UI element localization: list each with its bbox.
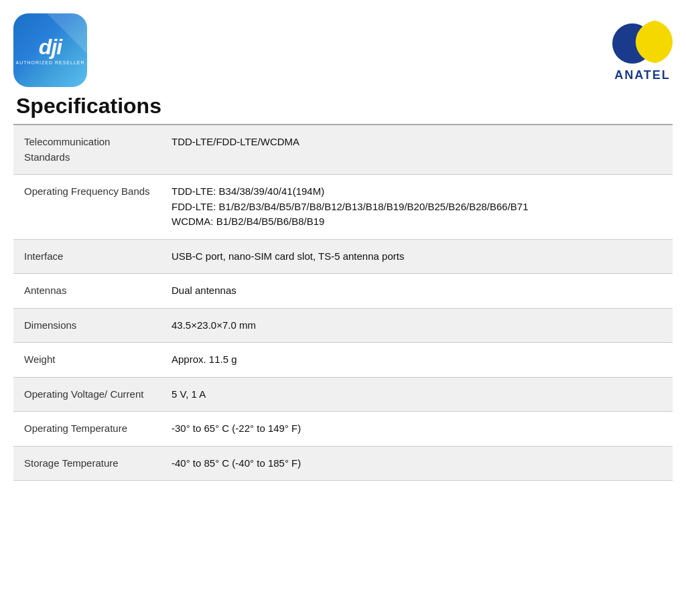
spec-value: TDD-LTE/FDD-LTE/WCDMA xyxy=(161,125,673,175)
spec-label: Operating Frequency Bands xyxy=(13,175,161,240)
table-row: InterfaceUSB-C port, nano-SIM card slot,… xyxy=(13,239,673,274)
page-title: Specifications xyxy=(13,94,673,119)
anatel-logo-graphic xyxy=(612,20,673,67)
spec-value: 43.5×23.0×7.0 mm xyxy=(161,308,673,343)
spec-value: Approx. 11.5 g xyxy=(161,343,673,378)
spec-value: -40° to 85° C (-40° to 185° F) xyxy=(161,446,673,481)
spec-value: USB-C port, nano-SIM card slot, TS-5 ant… xyxy=(161,239,673,274)
table-row: Operating Temperature-30° to 65° C (-22°… xyxy=(13,412,673,447)
dji-logo: dji AUTHORIZED RESELLER xyxy=(13,13,87,87)
spec-label: Operating Temperature xyxy=(13,412,161,447)
table-row: Operating Frequency BandsTDD-LTE: B34/38… xyxy=(13,175,673,240)
spec-label: Storage Temperature xyxy=(13,446,161,481)
spec-label: Antennas xyxy=(13,274,161,309)
dji-authorized-text: AUTHORIZED RESELLER xyxy=(15,60,84,65)
dji-logo-text: dji xyxy=(39,36,62,58)
table-row: Storage Temperature-40° to 85° C (-40° t… xyxy=(13,446,673,481)
spec-value: TDD-LTE: B34/38/39/40/41(194M)FDD-LTE: B… xyxy=(161,175,673,240)
page-header: dji AUTHORIZED RESELLER ANATEL xyxy=(13,13,673,87)
spec-value: 5 V, 1 A xyxy=(161,377,673,412)
anatel-logo: ANATEL xyxy=(612,20,673,82)
anatel-label: ANATEL xyxy=(614,68,671,82)
spec-label: Weight xyxy=(13,343,161,378)
table-row: WeightApprox. 11.5 g xyxy=(13,343,673,378)
table-row: Operating Voltage/ Current5 V, 1 A xyxy=(13,377,673,412)
spec-value: Dual antennas xyxy=(161,274,673,309)
spec-label: Telecommunication Standards xyxy=(13,125,161,175)
spec-value: -30° to 65° C (-22° to 149° F) xyxy=(161,412,673,447)
spec-label: Interface xyxy=(13,239,161,274)
table-row: Telecommunication StandardsTDD-LTE/FDD-L… xyxy=(13,125,673,175)
table-row: Dimensions43.5×23.0×7.0 mm xyxy=(13,308,673,343)
table-row: AntennasDual antennas xyxy=(13,274,673,309)
spec-label: Dimensions xyxy=(13,308,161,343)
specs-table: Telecommunication StandardsTDD-LTE/FDD-L… xyxy=(13,124,673,481)
spec-label: Operating Voltage/ Current xyxy=(13,377,161,412)
